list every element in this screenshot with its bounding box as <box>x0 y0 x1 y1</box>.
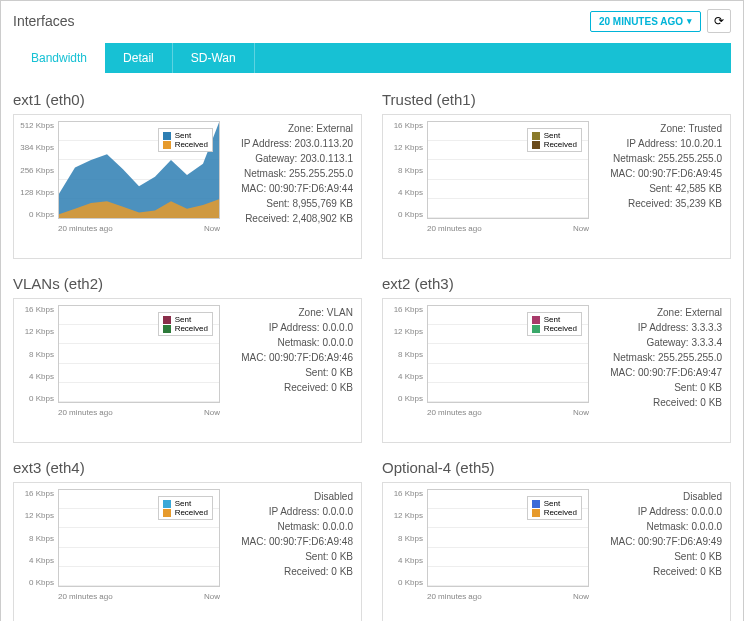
interface-info: Zone: VLANIP Address: 0.0.0.0Netmask: 0.… <box>228 305 355 436</box>
time-range-dropdown[interactable]: 20 MINUTES AGO <box>590 11 701 32</box>
x-label-right: Now <box>204 224 220 233</box>
legend-item: Received <box>163 140 208 149</box>
info-row: Sent: 0 KB <box>597 549 722 564</box>
legend-item: Sent <box>532 315 577 324</box>
legend-item: Received <box>163 324 208 333</box>
y-tick-label: 4 Kbps <box>20 556 54 565</box>
info-row: IP Address: 0.0.0.0 <box>228 320 353 335</box>
info-row: Sent: 0 KB <box>228 365 353 380</box>
chart-plot: SentReceived <box>58 489 220 587</box>
y-tick-label: 16 Kbps <box>20 305 54 314</box>
interface-title: ext1 (eth0) <box>13 91 362 108</box>
y-tick-label: 256 Kbps <box>20 166 54 175</box>
interface-panel: ext1 (eth0)512 Kbps384 Kbps256 Kbps128 K… <box>13 91 362 259</box>
y-tick-label: 12 Kbps <box>389 327 423 336</box>
interface-info: Zone: ExternalIP Address: 203.0.113.20Ga… <box>228 121 355 252</box>
info-row: Netmask: 255.255.255.0 <box>597 350 722 365</box>
legend-label: Received <box>175 324 208 333</box>
legend-item: Sent <box>163 315 208 324</box>
chart-area: 16 Kbps12 Kbps8 Kbps4 Kbps0 KbpsSentRece… <box>389 489 589 620</box>
tab-detail[interactable]: Detail <box>105 43 173 73</box>
info-row: Sent: 0 KB <box>228 549 353 564</box>
interface-panel: VLANs (eth2)16 Kbps12 Kbps8 Kbps4 Kbps0 … <box>13 275 362 443</box>
legend-label: Sent <box>544 315 560 324</box>
interface-card: 16 Kbps12 Kbps8 Kbps4 Kbps0 KbpsSentRece… <box>382 482 731 621</box>
legend-item: Sent <box>532 131 577 140</box>
interface-card: 16 Kbps12 Kbps8 Kbps4 Kbps0 KbpsSentRece… <box>382 114 731 259</box>
info-row: IP Address: 0.0.0.0 <box>597 504 722 519</box>
chart-legend: SentReceived <box>527 128 582 152</box>
x-label-right: Now <box>573 408 589 417</box>
chart-plot: SentReceived <box>427 305 589 403</box>
legend-label: Received <box>544 140 577 149</box>
interface-info: Zone: TrustedIP Address: 10.0.20.1Netmas… <box>597 121 724 252</box>
info-row: Received: 0 KB <box>597 395 722 410</box>
info-row: Received: 0 KB <box>228 564 353 579</box>
legend-swatch <box>163 500 171 508</box>
legend-swatch <box>163 509 171 517</box>
legend-swatch <box>532 141 540 149</box>
legend-label: Received <box>175 140 208 149</box>
chart-area: 16 Kbps12 Kbps8 Kbps4 Kbps0 KbpsSentRece… <box>20 489 220 620</box>
interface-card: 16 Kbps12 Kbps8 Kbps4 Kbps0 KbpsSentRece… <box>13 298 362 443</box>
legend-label: Sent <box>175 499 191 508</box>
info-row: Sent: 8,955,769 KB <box>228 196 353 211</box>
interface-info: DisabledIP Address: 0.0.0.0Netmask: 0.0.… <box>228 489 355 620</box>
info-row: IP Address: 0.0.0.0 <box>228 504 353 519</box>
legend-label: Received <box>544 324 577 333</box>
interface-title: ext2 (eth3) <box>382 275 731 292</box>
info-row: Sent: 0 KB <box>597 380 722 395</box>
refresh-button[interactable]: ⟳ <box>707 9 731 33</box>
chart-area: 16 Kbps12 Kbps8 Kbps4 Kbps0 KbpsSentRece… <box>389 305 589 436</box>
y-tick-label: 4 Kbps <box>389 556 423 565</box>
info-row: IP Address: 10.0.20.1 <box>597 136 722 151</box>
legend-label: Sent <box>544 131 560 140</box>
legend-swatch <box>532 132 540 140</box>
chart-legend: SentReceived <box>527 312 582 336</box>
y-tick-label: 0 Kbps <box>389 210 423 219</box>
y-tick-label: 128 Kbps <box>20 188 54 197</box>
interface-info: Zone: ExternalIP Address: 3.3.3.3Gateway… <box>597 305 724 436</box>
interface-info: DisabledIP Address: 0.0.0.0Netmask: 0.0.… <box>597 489 724 620</box>
x-label-left: 20 minutes ago <box>58 224 113 233</box>
y-tick-label: 16 Kbps <box>20 489 54 498</box>
info-row: Zone: VLAN <box>228 305 353 320</box>
x-label-right: Now <box>204 408 220 417</box>
legend-label: Sent <box>175 315 191 324</box>
legend-item: Sent <box>163 499 208 508</box>
info-row: Netmask: 0.0.0.0 <box>228 519 353 534</box>
info-row: Disabled <box>228 489 353 504</box>
legend-label: Sent <box>175 131 191 140</box>
info-row: MAC: 00:90:7F:D6:A9:49 <box>597 534 722 549</box>
info-row: Zone: External <box>228 121 353 136</box>
chart-area: 16 Kbps12 Kbps8 Kbps4 Kbps0 KbpsSentRece… <box>20 305 220 436</box>
interface-panel: ext2 (eth3)16 Kbps12 Kbps8 Kbps4 Kbps0 K… <box>382 275 731 443</box>
info-row: Disabled <box>597 489 722 504</box>
tab-bandwidth[interactable]: Bandwidth <box>13 43 105 73</box>
chart-plot: SentReceived <box>58 121 220 219</box>
interface-panel: ext3 (eth4)16 Kbps12 Kbps8 Kbps4 Kbps0 K… <box>13 459 362 621</box>
legend-swatch <box>163 132 171 140</box>
y-tick-label: 8 Kbps <box>20 534 54 543</box>
interface-panel: Trusted (eth1)16 Kbps12 Kbps8 Kbps4 Kbps… <box>382 91 731 259</box>
y-tick-label: 8 Kbps <box>389 166 423 175</box>
legend-item: Received <box>532 140 577 149</box>
y-tick-label: 4 Kbps <box>20 372 54 381</box>
info-row: Received: 2,408,902 KB <box>228 211 353 226</box>
info-row: MAC: 00:90:7F:D6:A9:46 <box>228 350 353 365</box>
y-tick-label: 12 Kbps <box>389 143 423 152</box>
y-tick-label: 8 Kbps <box>20 350 54 359</box>
y-tick-label: 4 Kbps <box>389 188 423 197</box>
y-tick-label: 0 Kbps <box>20 578 54 587</box>
x-label-right: Now <box>573 592 589 601</box>
chart-plot: SentReceived <box>58 305 220 403</box>
legend-item: Sent <box>163 131 208 140</box>
x-label-left: 20 minutes ago <box>427 224 482 233</box>
interface-card: 512 Kbps384 Kbps256 Kbps128 Kbps0 KbpsSe… <box>13 114 362 259</box>
tab-sd-wan[interactable]: SD-Wan <box>173 43 255 73</box>
y-tick-label: 0 Kbps <box>389 394 423 403</box>
legend-label: Received <box>544 508 577 517</box>
info-row: Gateway: 203.0.113.1 <box>228 151 353 166</box>
legend-swatch <box>532 509 540 517</box>
interface-title: ext3 (eth4) <box>13 459 362 476</box>
